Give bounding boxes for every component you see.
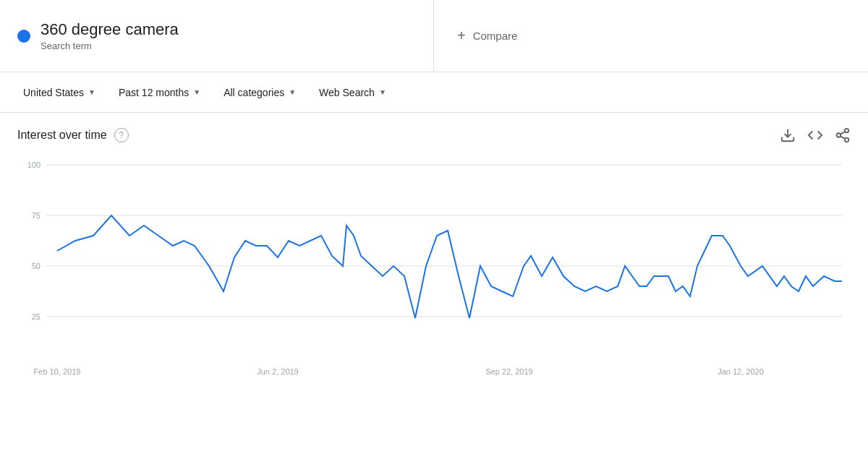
compare-label: Compare <box>473 30 518 42</box>
category-dropdown-arrow: ▼ <box>289 88 296 96</box>
chart-title-group: Interest over time ? <box>17 128 129 142</box>
compare-plus-icon: + <box>457 27 466 44</box>
chart-actions <box>780 127 851 143</box>
chart-section: Interest over time ? <box>0 113 868 396</box>
timeframe-label: Past 12 months <box>119 87 189 98</box>
svg-text:Feb 10, 2019: Feb 10, 2019 <box>34 367 81 376</box>
region-label: United States <box>23 87 84 98</box>
svg-text:Jun 2, 2019: Jun 2, 2019 <box>257 367 299 376</box>
download-button[interactable] <box>780 127 796 143</box>
category-filter[interactable]: All categories ▼ <box>215 81 305 104</box>
header: 360 degree camera Search term + Compare <box>0 0 868 72</box>
region-filter[interactable]: United States ▼ <box>14 81 104 104</box>
timeframe-filter[interactable]: Past 12 months ▼ <box>110 81 209 104</box>
term-info: 360 degree camera Search term <box>41 20 179 51</box>
chart-title: Interest over time <box>17 129 107 142</box>
share-button[interactable] <box>835 127 851 143</box>
svg-text:50: 50 <box>32 262 41 270</box>
svg-line-5 <box>841 132 845 134</box>
svg-text:Jan 12, 2020: Jan 12, 2020 <box>718 367 764 376</box>
search-type-dropdown-arrow: ▼ <box>379 88 386 96</box>
svg-text:25: 25 <box>32 312 41 321</box>
compare-button[interactable]: + Compare <box>457 27 517 44</box>
term-type: Search term <box>41 40 179 51</box>
chart-header: Interest over time ? <box>17 127 851 143</box>
interest-chart: 100 75 50 25 Feb 10, 2019 Jun 2, 2019 Se… <box>17 150 851 396</box>
svg-point-3 <box>845 138 849 142</box>
search-type-filter[interactable]: Web Search ▼ <box>310 81 395 104</box>
svg-point-2 <box>837 133 841 137</box>
timeframe-dropdown-arrow: ▼ <box>193 88 200 96</box>
category-label: All categories <box>224 87 284 98</box>
term-dot <box>17 30 30 43</box>
header-left: 360 degree camera Search term <box>0 0 434 72</box>
svg-text:100: 100 <box>27 160 41 169</box>
header-right: + Compare <box>434 0 868 72</box>
svg-text:75: 75 <box>32 211 41 220</box>
embed-button[interactable] <box>807 127 823 143</box>
filter-bar: United States ▼ Past 12 months ▼ All cat… <box>0 72 868 113</box>
svg-text:Sep 22, 2019: Sep 22, 2019 <box>485 367 532 376</box>
region-dropdown-arrow: ▼ <box>88 88 95 96</box>
search-type-label: Web Search <box>319 87 375 98</box>
term-name: 360 degree camera <box>41 20 179 39</box>
help-icon[interactable]: ? <box>114 128 129 142</box>
help-icon-symbol: ? <box>119 130 124 140</box>
trend-line <box>57 215 842 318</box>
svg-line-4 <box>841 136 845 139</box>
chart-wrapper: 100 75 50 25 Feb 10, 2019 Jun 2, 2019 Se… <box>17 150 851 396</box>
svg-point-1 <box>845 129 849 133</box>
